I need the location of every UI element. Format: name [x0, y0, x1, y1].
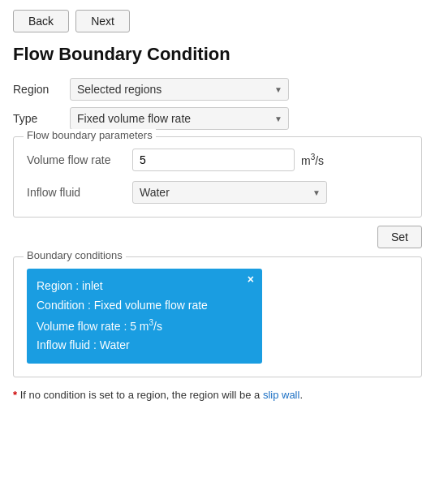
type-row: Type Fixed volume flow rate ▼ [13, 107, 422, 130]
inflow-fluid-select[interactable]: Water [132, 181, 327, 204]
volume-flow-rate-label: Volume flow rate [27, 153, 132, 166]
region-select-wrapper: Selected regions ▼ [70, 78, 289, 101]
set-button[interactable]: Set [377, 226, 422, 248]
back-button[interactable]: Back [13, 10, 69, 32]
volume-flow-rate-unit: m3/s [301, 153, 324, 167]
condition-volume: Volume flow rate : 5 m3/s [37, 316, 252, 336]
footer-star: * [13, 389, 17, 401]
condition-card-close-icon[interactable]: × [248, 274, 254, 285]
type-label: Type [13, 112, 70, 125]
volume-flow-rate-input[interactable] [132, 149, 295, 171]
type-select[interactable]: Fixed volume flow rate [70, 107, 289, 130]
next-button[interactable]: Next [75, 10, 130, 32]
condition-card: × Region : inlet Condition : Fixed volum… [27, 269, 262, 364]
boundary-conditions-legend: Boundary conditions [24, 249, 126, 261]
region-label: Region [13, 83, 70, 96]
top-navigation: Back Next [13, 10, 422, 32]
inflow-fluid-select-wrapper: Water ▼ [132, 181, 327, 204]
inflow-fluid-label: Inflow fluid [27, 186, 132, 199]
condition-type: Condition : Fixed volume flow rate [37, 296, 252, 316]
footer-note: * If no condition is set to a region, th… [13, 389, 422, 401]
footer-slip-wall-link[interactable]: slip wall [263, 389, 300, 401]
condition-region: Region : inlet [37, 277, 252, 296]
condition-fluid: Inflow fluid : Water [37, 336, 252, 355]
type-select-wrapper: Fixed volume flow rate ▼ [70, 107, 289, 130]
volume-flow-rate-row: Volume flow rate m3/s [27, 149, 408, 171]
boundary-conditions-box: Boundary conditions × Region : inlet Con… [13, 256, 422, 377]
inflow-fluid-row: Inflow fluid Water ▼ [27, 181, 408, 204]
region-select[interactable]: Selected regions [70, 78, 289, 101]
params-legend: Flow boundary parameters [24, 129, 156, 141]
footer-text: If no condition is set to a region, the … [20, 389, 263, 401]
flow-boundary-params-box: Flow boundary parameters Volume flow rat… [13, 136, 422, 218]
footer-period: . [299, 389, 303, 401]
page-title: Flow Boundary Condition [13, 44, 422, 65]
region-row: Region Selected regions ▼ [13, 78, 422, 101]
set-button-row: Set [13, 226, 422, 248]
